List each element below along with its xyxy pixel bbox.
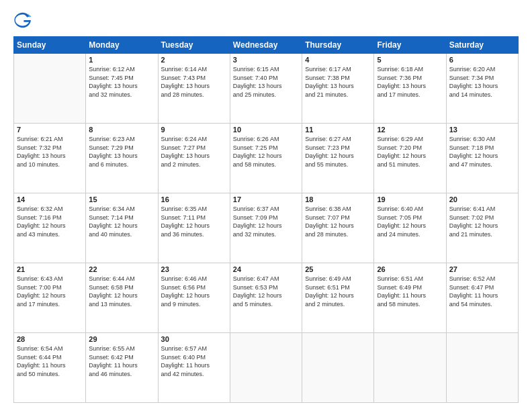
day-info: Sunrise: 6:38 AM Sunset: 7:07 PM Dayligh… bbox=[305, 205, 371, 238]
header bbox=[13, 11, 519, 30]
calendar-cell: 21Sunrise: 6:43 AM Sunset: 7:00 PM Dayli… bbox=[14, 263, 86, 333]
day-number: 29 bbox=[89, 335, 154, 343]
calendar-week-row: 7Sunrise: 6:21 AM Sunset: 7:32 PM Daylig… bbox=[14, 124, 519, 193]
day-number: 18 bbox=[305, 195, 371, 203]
day-number: 15 bbox=[89, 195, 154, 203]
calendar-cell: 10Sunrise: 6:26 AM Sunset: 7:25 PM Dayli… bbox=[230, 124, 302, 193]
calendar-cell: 1Sunrise: 6:12 AM Sunset: 7:45 PM Daylig… bbox=[86, 54, 158, 124]
calendar-cell: 9Sunrise: 6:24 AM Sunset: 7:27 PM Daylig… bbox=[158, 124, 230, 193]
day-info: Sunrise: 6:37 AM Sunset: 7:09 PM Dayligh… bbox=[233, 205, 299, 238]
day-number: 25 bbox=[305, 265, 371, 273]
calendar-cell: 11Sunrise: 6:27 AM Sunset: 7:23 PM Dayli… bbox=[302, 124, 374, 193]
calendar-table: SundayMondayTuesdayWednesdayThursdayFrid… bbox=[13, 36, 519, 403]
day-number: 16 bbox=[161, 195, 227, 203]
day-info: Sunrise: 6:34 AM Sunset: 7:14 PM Dayligh… bbox=[89, 205, 154, 238]
calendar-header-wednesday: Wednesday bbox=[230, 37, 302, 54]
day-number: 26 bbox=[377, 265, 443, 273]
calendar-cell: 24Sunrise: 6:47 AM Sunset: 6:53 PM Dayli… bbox=[230, 263, 302, 333]
calendar-week-row: 1Sunrise: 6:12 AM Sunset: 7:45 PM Daylig… bbox=[14, 54, 519, 124]
calendar-cell: 16Sunrise: 6:35 AM Sunset: 7:11 PM Dayli… bbox=[158, 193, 230, 263]
day-number: 21 bbox=[17, 265, 83, 273]
day-info: Sunrise: 6:29 AM Sunset: 7:20 PM Dayligh… bbox=[377, 135, 443, 169]
day-number: 5 bbox=[377, 56, 443, 64]
calendar-cell bbox=[446, 333, 518, 403]
calendar-cell: 2Sunrise: 6:14 AM Sunset: 7:43 PM Daylig… bbox=[158, 54, 230, 124]
day-info: Sunrise: 6:17 AM Sunset: 7:38 PM Dayligh… bbox=[305, 65, 371, 99]
day-info: Sunrise: 6:12 AM Sunset: 7:45 PM Dayligh… bbox=[89, 65, 154, 99]
calendar-cell: 7Sunrise: 6:21 AM Sunset: 7:32 PM Daylig… bbox=[14, 124, 86, 193]
day-number: 14 bbox=[17, 195, 83, 203]
calendar-cell: 8Sunrise: 6:23 AM Sunset: 7:29 PM Daylig… bbox=[86, 124, 158, 193]
day-info: Sunrise: 6:55 AM Sunset: 6:42 PM Dayligh… bbox=[89, 345, 154, 378]
calendar-cell: 17Sunrise: 6:37 AM Sunset: 7:09 PM Dayli… bbox=[230, 193, 302, 263]
calendar-cell: 12Sunrise: 6:29 AM Sunset: 7:20 PM Dayli… bbox=[374, 124, 446, 193]
calendar-header-row: SundayMondayTuesdayWednesdayThursdayFrid… bbox=[14, 37, 519, 54]
calendar-cell: 14Sunrise: 6:32 AM Sunset: 7:16 PM Dayli… bbox=[14, 193, 86, 263]
day-number: 28 bbox=[17, 335, 83, 343]
day-number: 12 bbox=[377, 126, 443, 134]
day-number: 23 bbox=[161, 265, 227, 273]
calendar-cell: 29Sunrise: 6:55 AM Sunset: 6:42 PM Dayli… bbox=[86, 333, 158, 403]
day-number: 27 bbox=[449, 265, 515, 273]
day-number: 3 bbox=[233, 56, 299, 64]
calendar-header-monday: Monday bbox=[86, 37, 158, 54]
day-info: Sunrise: 6:32 AM Sunset: 7:16 PM Dayligh… bbox=[17, 205, 83, 238]
calendar-cell: 30Sunrise: 6:57 AM Sunset: 6:40 PM Dayli… bbox=[158, 333, 230, 403]
calendar-cell: 22Sunrise: 6:44 AM Sunset: 6:58 PM Dayli… bbox=[86, 263, 158, 333]
day-number: 11 bbox=[305, 126, 371, 134]
day-info: Sunrise: 6:54 AM Sunset: 6:44 PM Dayligh… bbox=[17, 345, 83, 378]
calendar-cell: 18Sunrise: 6:38 AM Sunset: 7:07 PM Dayli… bbox=[302, 193, 374, 263]
logo bbox=[13, 11, 35, 30]
day-number: 7 bbox=[17, 126, 83, 134]
day-number: 19 bbox=[377, 195, 443, 203]
day-info: Sunrise: 6:23 AM Sunset: 7:29 PM Dayligh… bbox=[89, 135, 154, 169]
page: SundayMondayTuesdayWednesdayThursdayFrid… bbox=[0, 0, 532, 411]
calendar-cell bbox=[14, 54, 86, 124]
day-info: Sunrise: 6:44 AM Sunset: 6:58 PM Dayligh… bbox=[89, 275, 154, 308]
day-info: Sunrise: 6:14 AM Sunset: 7:43 PM Dayligh… bbox=[161, 65, 227, 99]
day-number: 2 bbox=[161, 56, 227, 64]
calendar-week-row: 21Sunrise: 6:43 AM Sunset: 7:00 PM Dayli… bbox=[14, 263, 519, 333]
calendar-cell: 20Sunrise: 6:41 AM Sunset: 7:02 PM Dayli… bbox=[446, 193, 518, 263]
day-info: Sunrise: 6:47 AM Sunset: 6:53 PM Dayligh… bbox=[233, 275, 299, 308]
calendar-cell: 15Sunrise: 6:34 AM Sunset: 7:14 PM Dayli… bbox=[86, 193, 158, 263]
calendar-header-saturday: Saturday bbox=[446, 37, 518, 54]
calendar-header-friday: Friday bbox=[374, 37, 446, 54]
day-info: Sunrise: 6:21 AM Sunset: 7:32 PM Dayligh… bbox=[17, 135, 83, 169]
day-info: Sunrise: 6:35 AM Sunset: 7:11 PM Dayligh… bbox=[161, 205, 227, 238]
calendar-week-row: 28Sunrise: 6:54 AM Sunset: 6:44 PM Dayli… bbox=[14, 333, 519, 403]
day-info: Sunrise: 6:27 AM Sunset: 7:23 PM Dayligh… bbox=[305, 135, 371, 169]
calendar-cell: 25Sunrise: 6:49 AM Sunset: 6:51 PM Dayli… bbox=[302, 263, 374, 333]
day-number: 8 bbox=[89, 126, 154, 134]
day-info: Sunrise: 6:40 AM Sunset: 7:05 PM Dayligh… bbox=[377, 205, 443, 238]
calendar-cell bbox=[374, 333, 446, 403]
day-info: Sunrise: 6:57 AM Sunset: 6:40 PM Dayligh… bbox=[161, 345, 227, 378]
logo-icon bbox=[13, 11, 32, 30]
calendar-header-tuesday: Tuesday bbox=[158, 37, 230, 54]
day-number: 17 bbox=[233, 195, 299, 203]
day-info: Sunrise: 6:30 AM Sunset: 7:18 PM Dayligh… bbox=[449, 135, 515, 169]
calendar-week-row: 14Sunrise: 6:32 AM Sunset: 7:16 PM Dayli… bbox=[14, 193, 519, 263]
calendar-cell: 28Sunrise: 6:54 AM Sunset: 6:44 PM Dayli… bbox=[14, 333, 86, 403]
day-number: 20 bbox=[449, 195, 515, 203]
day-info: Sunrise: 6:18 AM Sunset: 7:36 PM Dayligh… bbox=[377, 65, 443, 99]
day-info: Sunrise: 6:51 AM Sunset: 6:49 PM Dayligh… bbox=[377, 275, 443, 308]
calendar-cell: 3Sunrise: 6:15 AM Sunset: 7:40 PM Daylig… bbox=[230, 54, 302, 124]
day-info: Sunrise: 6:15 AM Sunset: 7:40 PM Dayligh… bbox=[233, 65, 299, 99]
day-info: Sunrise: 6:20 AM Sunset: 7:34 PM Dayligh… bbox=[449, 65, 515, 99]
calendar-cell: 19Sunrise: 6:40 AM Sunset: 7:05 PM Dayli… bbox=[374, 193, 446, 263]
calendar-cell: 23Sunrise: 6:46 AM Sunset: 6:56 PM Dayli… bbox=[158, 263, 230, 333]
calendar-header-sunday: Sunday bbox=[14, 37, 86, 54]
day-number: 4 bbox=[305, 56, 371, 64]
calendar-cell: 6Sunrise: 6:20 AM Sunset: 7:34 PM Daylig… bbox=[446, 54, 518, 124]
day-info: Sunrise: 6:43 AM Sunset: 7:00 PM Dayligh… bbox=[17, 275, 83, 308]
day-number: 1 bbox=[89, 56, 154, 64]
day-number: 6 bbox=[449, 56, 515, 64]
calendar-header-thursday: Thursday bbox=[302, 37, 374, 54]
calendar-cell: 4Sunrise: 6:17 AM Sunset: 7:38 PM Daylig… bbox=[302, 54, 374, 124]
day-number: 30 bbox=[161, 335, 227, 343]
day-number: 10 bbox=[233, 126, 299, 134]
day-info: Sunrise: 6:26 AM Sunset: 7:25 PM Dayligh… bbox=[233, 135, 299, 169]
day-info: Sunrise: 6:24 AM Sunset: 7:27 PM Dayligh… bbox=[161, 135, 227, 169]
calendar-cell: 27Sunrise: 6:52 AM Sunset: 6:47 PM Dayli… bbox=[446, 263, 518, 333]
